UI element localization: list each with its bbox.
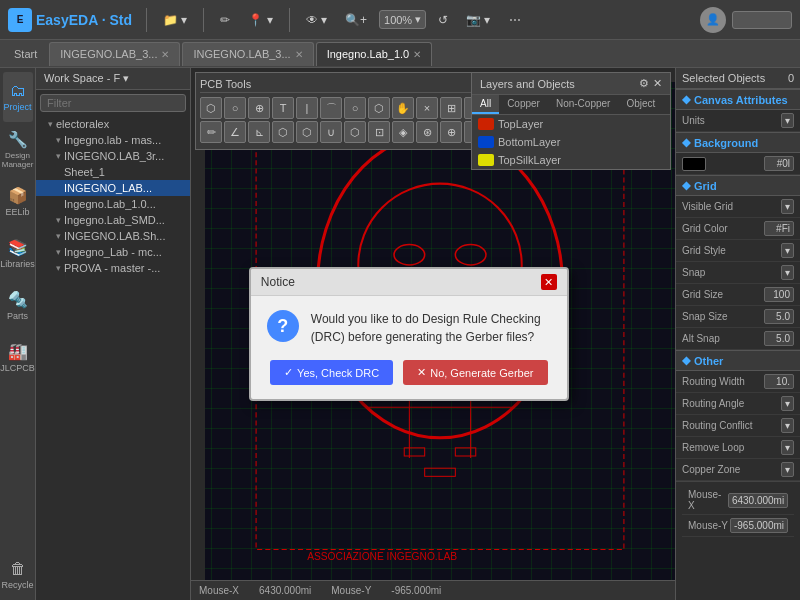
tree-item-4[interactable]: INGEGNO_LAB... xyxy=(36,180,190,196)
refresh-btn[interactable]: ↺ xyxy=(432,10,454,30)
btn-yes-check-drc[interactable]: ✓ Yes, Check DRC xyxy=(270,360,393,385)
remove-loop-dropdown[interactable]: ▾ xyxy=(781,440,794,455)
tool-hexagon[interactable]: ⬡ xyxy=(200,97,222,119)
grid-style-dropdown[interactable]: ▾ xyxy=(781,243,794,258)
chevron-7: ▾ xyxy=(56,231,61,241)
mouse-x-label: Mouse-X xyxy=(199,585,239,596)
tab-1[interactable]: INGEGNO.LAB_3... ✕ xyxy=(49,42,180,66)
remove-loop-value: ▾ xyxy=(785,442,790,453)
tab-1-close[interactable]: ✕ xyxy=(161,49,169,60)
tree-item-8[interactable]: ▾ Ingegno_Lab - mc... xyxy=(36,244,190,260)
background-row: #0l xyxy=(676,153,800,175)
zoom-dropdown[interactable]: 100% ▾ xyxy=(379,10,426,29)
tool-text[interactable]: T xyxy=(272,97,294,119)
layers-tab-noncopper[interactable]: Non-Copper xyxy=(548,95,618,114)
tool-arc[interactable]: ⌒ xyxy=(320,97,342,119)
sidebar-item-project[interactable]: 🗂 Project xyxy=(3,72,33,122)
tree-item-2[interactable]: ▾ INGEGNO.LAB_3r... xyxy=(36,148,190,164)
layer-toplayer[interactable]: TopLayer xyxy=(472,115,670,133)
copper-zone-dropdown[interactable]: ▾ xyxy=(781,462,794,477)
filter-input[interactable] xyxy=(40,94,186,112)
mx-label: Mouse-X xyxy=(688,489,728,511)
background-label: Background xyxy=(694,137,758,149)
file-menu-btn[interactable]: 📁 ▾ xyxy=(157,10,193,30)
alt-snap-value: 5.0 xyxy=(764,331,794,346)
eye-btn[interactable]: 👁 ▾ xyxy=(300,10,333,30)
tool-hex3[interactable]: ⬡ xyxy=(296,121,318,143)
layers-settings-icon[interactable]: ⚙ xyxy=(639,77,649,90)
tab-start[interactable]: Start xyxy=(4,42,47,66)
remove-loop-row: Remove Loop ▾ xyxy=(676,437,800,459)
user-avatar[interactable]: 👤 xyxy=(700,7,726,33)
toolbar-input[interactable] xyxy=(732,11,792,29)
tab-3-close[interactable]: ✕ xyxy=(413,49,421,60)
canvas-attributes-label: Canvas Attributes xyxy=(694,94,788,106)
dialog-close-btn[interactable]: ✕ xyxy=(541,274,557,290)
layers-close-icon[interactable]: ✕ xyxy=(653,77,662,90)
units-dropdown[interactable]: ▾ xyxy=(781,113,794,128)
sidebar-item-libraries[interactable]: 📚 Libraries xyxy=(3,228,33,278)
layers-tab-all[interactable]: All xyxy=(472,95,499,114)
background-color-swatch[interactable] xyxy=(682,157,706,171)
my-value: -965.000mi xyxy=(730,518,788,533)
copper-zone-label: Copper Zone xyxy=(682,464,740,475)
tool-union[interactable]: ∪ xyxy=(320,121,342,143)
tool-hand[interactable]: ✋ xyxy=(392,97,414,119)
layer-topsilk[interactable]: TopSilkLayer xyxy=(472,151,670,169)
tool-plus[interactable]: ⊕ xyxy=(440,121,462,143)
btn-no-generate-gerber[interactable]: ✕ No, Generate Gerber xyxy=(403,360,547,385)
routing-conflict-dropdown[interactable]: ▾ xyxy=(781,418,794,433)
grid-color-value: #Fi xyxy=(764,221,794,236)
sidebar-label-parts: Parts xyxy=(7,311,28,321)
tool-angle[interactable]: ∠ xyxy=(224,121,246,143)
tab-3[interactable]: Ingegno.Lab_1.0 ✕ xyxy=(316,42,433,66)
sidebar-item-eelib[interactable]: 📦 EELib xyxy=(3,176,33,226)
tool-grid[interactable]: ⊞ xyxy=(440,97,462,119)
workspace-header[interactable]: Work Space - F ▾ xyxy=(36,68,190,90)
snap-size-label: Snap Size xyxy=(682,311,728,322)
tool-hex2[interactable]: ⬡ xyxy=(272,121,294,143)
tool-circle2[interactable]: ○ xyxy=(344,97,366,119)
tree-item-3[interactable]: Sheet_1 xyxy=(36,164,190,180)
more-btn[interactable]: ⋯ xyxy=(503,10,527,30)
pencil-btn[interactable]: ✏ xyxy=(214,10,236,30)
top-toolbar: E EasyEDA · Std 📁 ▾ ✏ 📍 ▾ 👁 ▾ 🔍+ 100% ▾ … xyxy=(0,0,800,40)
tool-corner[interactable]: ⊾ xyxy=(248,121,270,143)
snap-dropdown[interactable]: ▾ xyxy=(781,265,794,280)
visible-grid-dropdown[interactable]: ▾ xyxy=(781,199,794,214)
toolbar-sep-2 xyxy=(203,8,204,32)
tree-item-0[interactable]: ▾ electoralex xyxy=(36,116,190,132)
layer-bottomlayer[interactable]: BottomLayer xyxy=(472,133,670,151)
tree-item-1[interactable]: ▾ Ingegno.lab - mas... xyxy=(36,132,190,148)
sidebar-item-parts[interactable]: 🔩 Parts xyxy=(3,280,33,330)
tree-item-5[interactable]: Ingegno.Lab_1.0... xyxy=(36,196,190,212)
tool-dia[interactable]: ◈ xyxy=(392,121,414,143)
tool-sq[interactable]: ⊡ xyxy=(368,121,390,143)
canvas-background: 4000 5000 6000 7000 8000 9000 10000 xyxy=(191,68,675,600)
sidebar-item-recycle[interactable]: 🗑 Recycle xyxy=(3,550,33,600)
layers-tab-copper[interactable]: Copper xyxy=(499,95,548,114)
tree-item-9[interactable]: ▾ PROVA - master -... xyxy=(36,260,190,276)
tab-2-close[interactable]: ✕ xyxy=(295,49,303,60)
sidebar-item-jlcpcb[interactable]: 🏭 JLCPCB xyxy=(3,332,33,382)
layers-tab-object[interactable]: Object xyxy=(618,95,663,114)
zoom-in-btn[interactable]: 🔍+ xyxy=(339,10,373,30)
tool-target[interactable]: ⊛ xyxy=(416,121,438,143)
tool-hex4[interactable]: ⬡ xyxy=(344,121,366,143)
tree-item-6[interactable]: ▾ Ingegno.Lab_SMD... xyxy=(36,212,190,228)
tool-circle[interactable]: ○ xyxy=(224,97,246,119)
project-panel: Work Space - F ▾ ▾ electoralex ▾ Ingegno… xyxy=(36,68,191,600)
tab-2[interactable]: INGEGNO.LAB_3... ✕ xyxy=(182,42,313,66)
tool-crosshair[interactable]: ⊕ xyxy=(248,97,270,119)
location-btn[interactable]: 📍 ▾ xyxy=(242,10,278,30)
tree-item-7[interactable]: ▾ INGEGNO.LAB.Sh... xyxy=(36,228,190,244)
pcb-tools-panel: PCB Tools ✕ ⬡ ○ ⊕ T | ⌒ ○ ⬡ ✋ × ⊞ ▭ xyxy=(195,72,491,150)
tool-line[interactable]: | xyxy=(296,97,318,119)
camera-btn[interactable]: 📷 ▾ xyxy=(460,10,496,30)
tool-poly[interactable]: ⬡ xyxy=(368,97,390,119)
tool-x[interactable]: × xyxy=(416,97,438,119)
canvas-area[interactable]: 4000 5000 6000 7000 8000 9000 10000 xyxy=(191,68,675,600)
tool-pen[interactable]: ✏ xyxy=(200,121,222,143)
sidebar-item-design-manager[interactable]: 🔧 Design Manager xyxy=(3,124,33,174)
routing-angle-dropdown[interactable]: ▾ xyxy=(781,396,794,411)
